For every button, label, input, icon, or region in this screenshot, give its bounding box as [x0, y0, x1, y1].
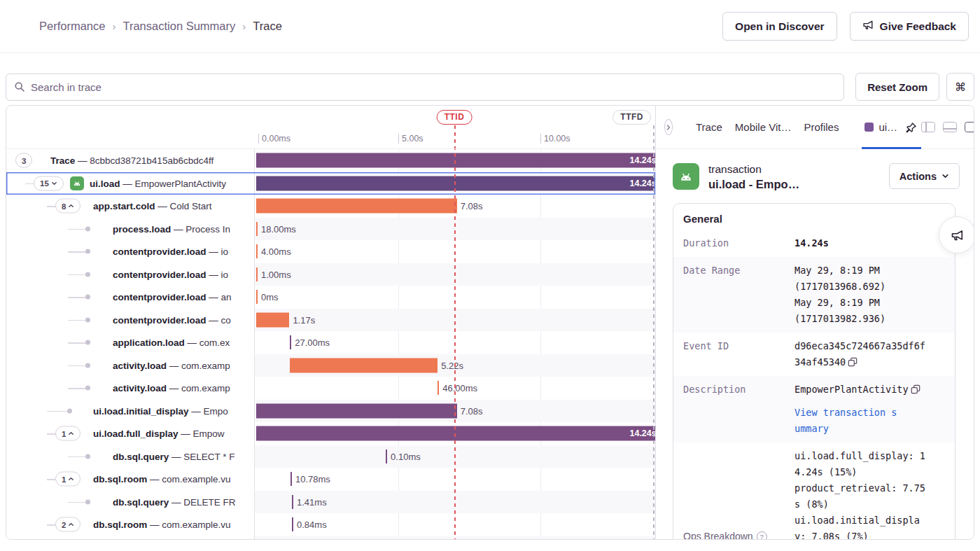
span-duration: 7.08s: [461, 201, 483, 211]
copy-icon[interactable]: [848, 357, 858, 367]
span-count-badge[interactable]: 3: [15, 153, 32, 168]
span-duration: 4.00ms: [261, 246, 291, 257]
span-label: process.load — Process In: [113, 223, 230, 234]
collapse-panel-button[interactable]: [664, 119, 673, 135]
trace-row[interactable]: db.sql.query — SELECT * F0.10ms: [6, 445, 655, 468]
span-op-name: activity.load: [113, 360, 167, 370]
search-input[interactable]: [31, 81, 836, 93]
kv-value: 14.24s: [794, 235, 927, 251]
kv-value-line: May 29, 8:19 PM: [794, 295, 927, 311]
span-bar: 14.24s: [256, 176, 655, 190]
tree-connector: [68, 342, 85, 344]
span-op-name: db.sql.query: [113, 496, 169, 507]
trace-row-chart-cell: 14.24s: [255, 172, 655, 195]
kv-value: EmpowerPlantActivityView transaction sum…: [794, 382, 927, 437]
tree-connector: [47, 479, 55, 480]
trace-row-tree-cell: db.sql.query — INSERT OR: [6, 536, 255, 540]
span-label: db.sql.room — com.example.vu: [93, 519, 231, 530]
layout-bottom-icon[interactable]: [943, 122, 957, 132]
span-count-badge[interactable]: 8: [55, 199, 80, 214]
tree-connector: [68, 388, 85, 389]
waterfall-header: 0.00ms 5.00s 10.00s TTID TTFD: [6, 106, 655, 149]
trace-row[interactable]: 15ui.load — EmpowerPlantActivity14.24s: [6, 172, 655, 195]
trace-row-chart-cell: 7.08s: [255, 195, 655, 218]
span-description: — Empo: [189, 405, 228, 416]
trace-row[interactable]: activity.load — com.examp46.00ms: [6, 377, 655, 400]
search-box[interactable]: [6, 74, 844, 101]
breadcrumb-trace: Trace: [253, 20, 282, 33]
chevron-down-icon: [941, 172, 949, 180]
trace-waterfall: 0.00ms 5.00s 10.00s TTID TTFD 3Trace — 8…: [6, 106, 655, 539]
kv-label-text: Duration: [683, 237, 729, 249]
tree-connector: [47, 206, 55, 207]
tab-trace[interactable]: Trace: [696, 121, 722, 133]
span-description: — 8cbbcd38721b415ab6cbdc4ff: [75, 155, 214, 166]
span-count-badge[interactable]: 1: [55, 472, 80, 487]
tree-connector: [68, 274, 85, 276]
kv-value: d96eca345c724667a35df6f34af45340: [794, 338, 927, 370]
pin-tab-button[interactable]: [902, 120, 918, 134]
tab-profiles[interactable]: Profiles: [804, 121, 839, 133]
span-label: db.sql.query — DELETE FR: [113, 496, 236, 507]
give-feedback-label: Give Feedback: [880, 20, 956, 33]
kv-label: Event ID: [683, 338, 794, 370]
trace-row[interactable]: 1ui.load.full_display — Empow14.24s: [6, 422, 655, 445]
trace-row[interactable]: contentprovider.load — co1.17s: [6, 309, 655, 332]
tree-dot: [85, 272, 90, 277]
tab-mobile-vit-[interactable]: Mobile Vit…: [735, 121, 792, 133]
kv-row: Event IDd96eca345c724667a35df6f34af45340: [673, 333, 955, 376]
panel-tabs-row: TraceMobile Vit…Profiles ui…: [656, 106, 974, 149]
trace-row[interactable]: 3Trace — 8cbbcd38721b415ab6cbdc4ff14.24s: [6, 149, 655, 172]
span-detail-panel: TraceMobile Vit…Profiles ui…: [655, 106, 974, 539]
tree-connector: [68, 320, 85, 321]
kv-label-text: Date Range: [683, 265, 740, 276]
open-in-discover-button[interactable]: Open in Discover: [722, 12, 836, 41]
breadcrumb-transaction-summary[interactable]: Transaction Summary: [122, 20, 235, 33]
trace-row[interactable]: application.load — com.ex27.00ms: [6, 331, 655, 354]
trace-row[interactable]: ui.load.initial_display — Empo7.08s: [6, 400, 655, 423]
trace-row[interactable]: activity.load — com.examp5.22s: [6, 354, 655, 377]
kv-value-line: ui.load.full_display: 14.24s (15%): [794, 448, 927, 480]
trace-row-chart-cell: 4.00ms: [255, 240, 655, 263]
trace-row-chart-cell: 0.10ms: [255, 445, 655, 468]
general-section-card: General Duration14.24sDate RangeMay 29, …: [673, 203, 955, 539]
ttid-badge[interactable]: TTID: [437, 110, 472, 125]
trace-row-chart-cell: 7.08s: [255, 400, 655, 423]
trace-row[interactable]: 8app.start.cold — Cold Start7.08s: [6, 195, 655, 218]
view-transaction-summary-link[interactable]: View transaction summary: [794, 405, 899, 437]
layout-left-icon[interactable]: [921, 122, 935, 132]
span-bar: [292, 517, 293, 531]
kv-row: Ops Breakdown?ui.load.full_display: 14.2…: [673, 442, 955, 539]
trace-row[interactable]: contentprovider.load — io4.00ms: [6, 240, 655, 263]
reset-zoom-button[interactable]: Reset Zoom: [855, 73, 939, 101]
keyboard-shortcuts-button[interactable]: ⌘: [946, 73, 974, 101]
actions-button[interactable]: Actions: [889, 163, 960, 189]
layout-switcher: [921, 122, 974, 132]
trace-row[interactable]: 2db.sql.room — com.example.vu0.84ms: [6, 513, 655, 536]
trace-row[interactable]: process.load — Process In18.00ms: [6, 218, 655, 241]
feedback-floating-button[interactable]: [939, 216, 974, 253]
tree-connector: [68, 251, 85, 253]
tree-dot: [85, 226, 90, 231]
give-feedback-button[interactable]: Give Feedback: [850, 12, 969, 41]
span-bar: [256, 403, 457, 418]
span-duration: 14.24s: [629, 426, 655, 441]
span-count: 2: [62, 520, 66, 529]
trace-row[interactable]: contentprovider.load — io1.00ms: [6, 263, 655, 286]
kv-label: Date Range: [683, 263, 794, 327]
trace-row[interactable]: contentprovider.load — an0ms: [6, 286, 655, 309]
help-icon[interactable]: ?: [757, 531, 767, 539]
ttfd-badge[interactable]: TTFD: [612, 110, 651, 125]
span-count-badge[interactable]: 15: [34, 176, 64, 190]
span-count-badge[interactable]: 2: [55, 517, 80, 532]
breadcrumb-performance[interactable]: Performance: [39, 20, 105, 33]
span-count-badge[interactable]: 1: [55, 426, 80, 441]
layout-right-icon[interactable]: [965, 122, 974, 132]
tab-ui-load-active[interactable]: ui…: [862, 106, 921, 148]
span-bar: [256, 199, 457, 214]
trace-row[interactable]: db.sql.query — DELETE FR1.41ms: [6, 491, 655, 514]
trace-row[interactable]: db.sql.query — INSERT OR0.70ms: [6, 536, 655, 540]
kv-value-text: d96eca345c724667a35df6f34af45340: [794, 340, 925, 368]
copy-icon[interactable]: [911, 384, 920, 394]
trace-row[interactable]: 1db.sql.room — com.example.vu10.78ms: [6, 468, 655, 491]
